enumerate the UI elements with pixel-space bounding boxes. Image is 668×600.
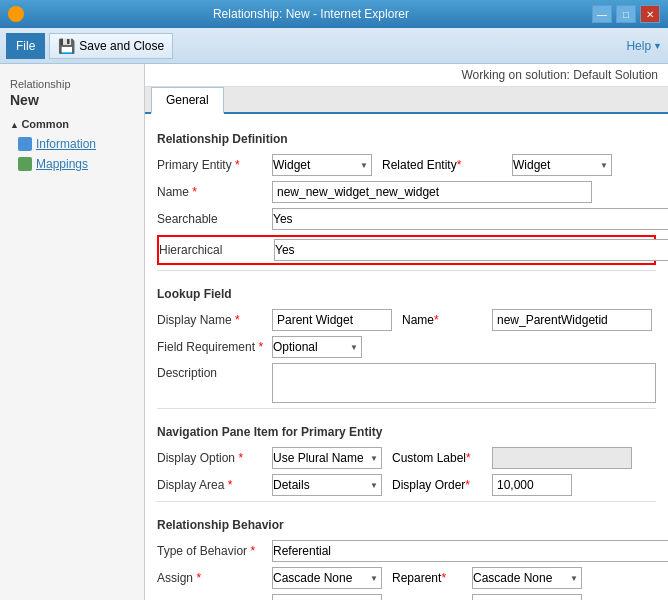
display-area-row: Display Area * Details Marketing Display… [157, 474, 656, 496]
description-label: Description [157, 363, 272, 380]
display-name-input[interactable] [272, 309, 392, 331]
hierarchical-label: Hierarchical [159, 243, 274, 257]
save-icon: 💾 [58, 38, 75, 54]
related-entity-select[interactable]: Widget [512, 154, 612, 176]
share-delete-row: Share * Cascade None Cascade All Delete … [157, 594, 656, 600]
name-field-input[interactable] [492, 309, 652, 331]
working-on-text: Working on solution: Default Solution [461, 68, 658, 82]
sidebar-item-mappings[interactable]: Mappings [0, 154, 144, 174]
information-icon [18, 137, 32, 151]
tab-general[interactable]: General [151, 87, 224, 114]
file-button[interactable]: File [6, 33, 45, 59]
primary-entity-row: Primary Entity * Widget Related Entity *… [157, 154, 656, 176]
display-option-select[interactable]: Use Plural Name Use Label Do Not Display [272, 447, 382, 469]
relationship-def-header: Relationship Definition [157, 132, 656, 148]
type-of-behavior-row: Type of Behavior * Referential Parental … [157, 540, 656, 562]
type-of-behavior-select-wrapper: Referential Parental Configurable Cascad… [272, 540, 668, 562]
searchable-label: Searchable [157, 212, 272, 226]
primary-entity-required: * [235, 158, 240, 172]
rel-behavior-header: Relationship Behavior [157, 518, 656, 534]
minimize-button[interactable]: — [592, 5, 612, 23]
toolbar: File 💾 Save and Close Help ▼ [0, 28, 668, 64]
working-on-bar: Working on solution: Default Solution [145, 64, 668, 87]
name-row: Name * [157, 181, 656, 203]
display-option-select-wrapper: Use Plural Name Use Label Do Not Display [272, 447, 382, 469]
window-controls: — □ ✕ [592, 5, 660, 23]
name-input[interactable] [272, 181, 592, 203]
name-label: Name * [157, 185, 272, 199]
hierarchical-select-wrapper: Yes No [274, 239, 668, 261]
primary-entity-label: Primary Entity * [157, 158, 272, 172]
related-entity-required: * [457, 158, 462, 172]
close-button[interactable]: ✕ [640, 5, 660, 23]
sidebar-item-information[interactable]: Information [0, 134, 144, 154]
share-select-wrapper: Cascade None Cascade All [272, 594, 382, 600]
field-requirement-select[interactable]: Optional Required [272, 336, 362, 358]
display-name-row: Display Name * Name * [157, 309, 656, 331]
type-of-behavior-select[interactable]: Referential Parental Configurable Cascad… [272, 540, 668, 562]
sidebar-section-common: Common [0, 114, 144, 134]
field-requirement-row: Field Requirement * Optional Required [157, 336, 656, 358]
searchable-row: Searchable Yes No [157, 208, 656, 230]
mappings-icon [18, 157, 32, 171]
help-button[interactable]: Help ▼ [626, 39, 662, 53]
searchable-select-wrapper: Yes No [272, 208, 668, 230]
share-select[interactable]: Cascade None Cascade All [272, 594, 382, 600]
record-title: New [0, 92, 144, 114]
maximize-button[interactable]: □ [616, 5, 636, 23]
mappings-label: Mappings [36, 157, 88, 171]
main-container: Relationship New Common Information Mapp… [0, 64, 668, 600]
rel-behavior-section: Relationship Behavior Type of Behavior *… [157, 501, 656, 600]
tab-bar: General [145, 87, 668, 114]
save-close-label: Save and Close [79, 39, 164, 53]
primary-entity-select-wrapper: Widget [272, 154, 372, 176]
display-option-row: Display Option * Use Plural Name Use Lab… [157, 447, 656, 469]
title-bar: Relationship: New - Internet Explorer — … [0, 0, 668, 28]
primary-entity-select[interactable]: Widget [272, 154, 372, 176]
lookup-field-section: Lookup Field Display Name * Name * [157, 270, 656, 403]
display-area-select-wrapper: Details Marketing [272, 474, 382, 496]
description-row: Description [157, 363, 656, 403]
description-textarea[interactable] [272, 363, 656, 403]
help-arrow-icon: ▼ [653, 41, 662, 51]
lookup-field-header: Lookup Field [157, 287, 656, 303]
delete-select[interactable]: Remove Link Cascade All Restrict [472, 594, 582, 600]
help-label: Help [626, 39, 651, 53]
save-close-button[interactable]: 💾 Save and Close [49, 33, 173, 59]
related-entity-label: Related Entity [382, 158, 457, 172]
nav-pane-header: Navigation Pane Item for Primary Entity [157, 425, 656, 441]
nav-pane-section: Navigation Pane Item for Primary Entity … [157, 408, 656, 496]
information-label: Information [36, 137, 96, 151]
field-requirement-select-wrapper: Optional Required [272, 336, 362, 358]
hierarchical-select[interactable]: Yes No [274, 239, 668, 261]
form-area: Relationship Definition Primary Entity *… [145, 114, 668, 600]
app-icon [8, 6, 24, 22]
entity-type-label: Relationship [0, 72, 144, 92]
sidebar: Relationship New Common Information Mapp… [0, 64, 145, 600]
window-title: Relationship: New - Internet Explorer [30, 7, 592, 21]
hierarchical-row: Hierarchical Yes No [157, 235, 656, 265]
assign-select[interactable]: Cascade None Cascade All [272, 567, 382, 589]
assign-reparent-row: Assign * Cascade None Cascade All Repare… [157, 567, 656, 589]
searchable-select[interactable]: Yes No [272, 208, 668, 230]
related-entity-select-wrapper: Widget [512, 154, 612, 176]
display-order-input[interactable] [492, 474, 572, 496]
assign-select-wrapper: Cascade None Cascade All [272, 567, 382, 589]
reparent-select[interactable]: Cascade None Cascade All [472, 567, 582, 589]
display-area-select[interactable]: Details Marketing [272, 474, 382, 496]
reparent-select-wrapper: Cascade None Cascade All [472, 567, 582, 589]
delete-select-wrapper: Remove Link Cascade All Restrict [472, 594, 582, 600]
custom-label-input[interactable] [492, 447, 632, 469]
content-area: Working on solution: Default Solution Ge… [145, 64, 668, 600]
